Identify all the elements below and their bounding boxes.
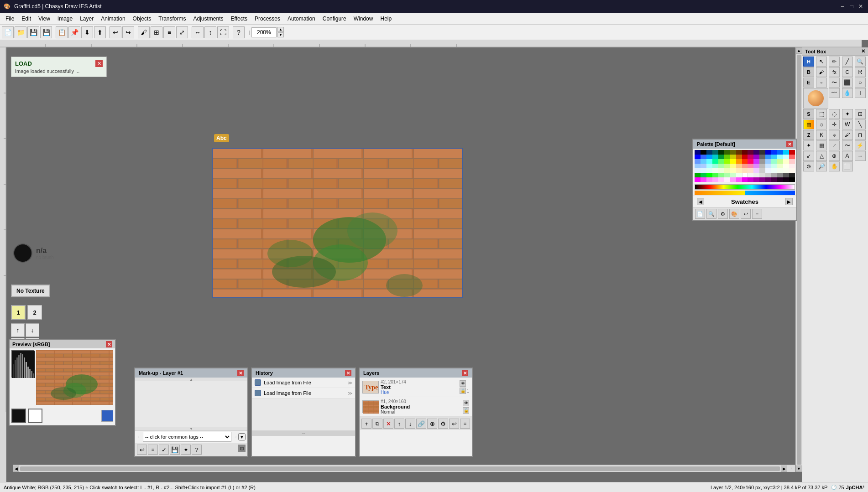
color-cell[interactable]: [759, 173, 765, 177]
color-cell[interactable]: [753, 177, 759, 182]
markup-tags-select[interactable]: -- click for common tags --: [143, 432, 231, 442]
color-swatch-blue[interactable]: [101, 410, 113, 422]
color-cell[interactable]: [736, 164, 742, 168]
no-texture-button[interactable]: No Texture: [11, 285, 50, 297]
vscroll-thumb[interactable]: [797, 55, 801, 465]
layers-close-button[interactable]: ✕: [462, 370, 468, 376]
color-cell[interactable]: [724, 164, 730, 168]
history-item-1[interactable]: Load Image from File ≫: [252, 388, 355, 399]
tool-text[interactable]: T: [855, 88, 866, 98]
tool-eraser[interactable]: ▫: [816, 78, 827, 88]
color-cell[interactable]: [718, 177, 724, 182]
color-cell[interactable]: [730, 159, 736, 164]
tool-sun[interactable]: ☼: [816, 119, 827, 129]
color-cell[interactable]: [742, 150, 748, 155]
tool-zoom2[interactable]: 🔎: [816, 161, 827, 171]
close-button[interactable]: ✕: [857, 3, 864, 10]
paste-button[interactable]: 📌: [68, 26, 80, 38]
markup-check-button[interactable]: ✓: [159, 445, 169, 455]
tool-zoom[interactable]: 🔍: [855, 57, 866, 67]
color-cell[interactable]: [777, 164, 783, 168]
color-cell[interactable]: [736, 159, 742, 164]
canvas-area[interactable]: LOAD ✕ Image loaded successfully ... Abc: [6, 47, 868, 482]
palette-prev-button[interactable]: ◀: [697, 198, 704, 205]
color-cell[interactable]: [771, 155, 777, 159]
color-cell[interactable]: [706, 177, 712, 182]
color-cell[interactable]: [730, 168, 736, 173]
color-cell[interactable]: [730, 150, 736, 155]
color-cell[interactable]: [759, 177, 765, 182]
tool-pen[interactable]: ✏: [829, 57, 840, 67]
tool-line[interactable]: ╱: [842, 57, 853, 67]
menu-processes[interactable]: Processes: [251, 15, 284, 23]
color-cell[interactable]: [742, 164, 748, 168]
menu-view[interactable]: View: [35, 15, 54, 23]
tool-w[interactable]: W: [842, 119, 853, 129]
layer-1-lock[interactable]: 🔒: [463, 407, 469, 414]
new-button[interactable]: 📄: [2, 26, 14, 38]
tool-fx[interactable]: fx: [829, 67, 840, 77]
palette-btn-5[interactable]: ↩: [741, 209, 751, 219]
layer-undo-button[interactable]: ↩: [449, 419, 459, 429]
color-cell[interactable]: [759, 164, 765, 168]
color-cell[interactable]: [736, 177, 742, 182]
tool-extra[interactable]: ⚡: [855, 140, 866, 150]
color-cell[interactable]: [748, 164, 753, 168]
zoom-up-button[interactable]: ▲: [277, 27, 284, 32]
color-cell[interactable]: [701, 150, 706, 155]
tool-eyedrop[interactable]: 🖋: [842, 130, 853, 140]
color-cell[interactable]: [765, 155, 771, 159]
menu-effects[interactable]: Effects: [227, 15, 251, 23]
palette-btn-3[interactable]: ⚙: [718, 209, 728, 219]
notif-close-button[interactable]: ✕: [95, 60, 103, 67]
layer-settings-button[interactable]: ⚙: [438, 419, 448, 429]
tool-fx2[interactable]: ✦: [803, 140, 814, 150]
redo-button[interactable]: ↪: [122, 26, 134, 38]
menu-adjustments[interactable]: Adjustments: [190, 15, 227, 23]
import-button[interactable]: ⬇: [81, 26, 93, 38]
layer-link-button[interactable]: 🔗: [416, 419, 426, 429]
preview-panel-close[interactable]: ✕: [106, 341, 112, 347]
menu-configure[interactable]: Configure: [319, 15, 350, 23]
menu-edit[interactable]: Edit: [18, 15, 35, 23]
layer-button-2[interactable]: 2: [27, 305, 42, 320]
color-cell[interactable]: [777, 155, 783, 159]
color-cell[interactable]: [771, 177, 777, 182]
undo-button[interactable]: ↩: [110, 26, 121, 38]
markup-resize-button[interactable]: ⊡: [238, 445, 246, 452]
layer-item-1[interactable]: #1, 240×160 Background Normal 👁 🔒: [360, 397, 472, 417]
color-cell[interactable]: [765, 164, 771, 168]
color-cell[interactable]: [753, 155, 759, 159]
save-button[interactable]: 💾: [27, 26, 39, 38]
color-cell[interactable]: [753, 150, 759, 155]
markup-panel-header[interactable]: Mark-up - Layer #1 ✕: [135, 368, 247, 378]
color-cell[interactable]: [783, 177, 789, 182]
color-cell[interactable]: [701, 177, 706, 182]
color-cell[interactable]: [789, 164, 795, 168]
color-cell[interactable]: [765, 159, 771, 164]
tool-line2[interactable]: ╲: [855, 119, 866, 129]
tool-frame[interactable]: ⬜: [842, 161, 853, 171]
gradient-bar[interactable]: [695, 184, 795, 190]
color-cell[interactable]: [706, 164, 712, 168]
palette-btn-2[interactable]: 🔍: [706, 209, 716, 219]
color-cell[interactable]: [777, 173, 783, 177]
color-cell[interactable]: [736, 173, 742, 177]
color-cell[interactable]: [701, 168, 706, 173]
color-cell[interactable]: [742, 177, 748, 182]
tool-clone[interactable]: ⊚: [803, 161, 814, 171]
hscroll-left[interactable]: ◀: [13, 466, 19, 472]
color-cell[interactable]: [712, 164, 718, 168]
color-cell[interactable]: [701, 173, 706, 177]
color-cell[interactable]: [718, 168, 724, 173]
palette-panel-header[interactable]: Palette [Default] ✕: [693, 140, 796, 149]
color-cell[interactable]: [789, 177, 795, 182]
help-button[interactable]: ?: [233, 26, 245, 38]
color-cell[interactable]: [753, 159, 759, 164]
color-cell[interactable]: [724, 150, 730, 155]
tool-gradient[interactable]: ▤: [803, 119, 814, 129]
hscroll-right[interactable]: ▶: [781, 466, 787, 472]
color-cell[interactable]: [718, 155, 724, 159]
grid-button[interactable]: ⊞: [151, 26, 162, 38]
color-cell[interactable]: [695, 159, 701, 164]
